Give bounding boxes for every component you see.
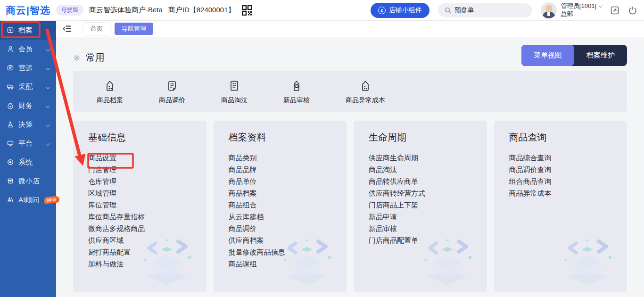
menu-link[interactable]: 商品调价查询 xyxy=(509,164,623,175)
sidebar-item-finance[interactable]: 财务 xyxy=(0,96,56,115)
decision-icon xyxy=(7,121,14,128)
menu-link[interactable]: 新品申请 xyxy=(369,211,482,223)
tab-home[interactable]: 首页 xyxy=(83,23,110,35)
menu-link[interactable]: 供应商档案 xyxy=(229,234,342,246)
collapse-sidebar-icon[interactable] xyxy=(63,25,72,33)
view-toggle: 菜单视图 档案维护 xyxy=(521,45,627,66)
card-goods-query: 商品查询 商品综合查询 商品调价查询 组合商品查询 商品异常成本 xyxy=(494,121,627,292)
sidebar-item-label: 微小店 xyxy=(18,177,51,186)
tab-bar: 首页 导航管理 xyxy=(56,21,644,37)
sidebar-item-label: 平台 xyxy=(18,139,42,148)
tab-navigation-management[interactable]: 导航管理 xyxy=(115,23,153,35)
sidebar-item-procurement[interactable]: 采配 xyxy=(0,77,56,96)
user-name: 管理员[1001] xyxy=(561,2,596,10)
chevron-down-icon xyxy=(46,84,50,89)
widget-cloud-icon: z xyxy=(378,7,386,14)
menu-link[interactable]: 从云库建档 xyxy=(229,211,342,223)
sidebar-item-decision[interactable]: 决策 xyxy=(0,115,56,134)
sidebar-item-label: 决策 xyxy=(18,120,42,129)
new-item-audit-icon xyxy=(289,79,304,93)
menu-link[interactable]: 供应商生命周期 xyxy=(369,152,482,164)
menu-link[interactable]: 供应商转经营方式 xyxy=(369,187,482,199)
menu-link[interactable]: 商品组合 xyxy=(229,199,342,211)
menu-link[interactable]: 商品品牌 xyxy=(229,164,342,175)
merchant-name: 商云智选体验商户-Beta xyxy=(89,6,163,15)
quick-item-abnormal-cost[interactable]: 商品异常成本 xyxy=(332,79,398,105)
card-item-list: 商品设置 门店管理 仓库管理 区域管理 库位管理 库位商品存量指标 微商店多规格… xyxy=(88,152,202,270)
menu-link[interactable]: 厨打商品配置 xyxy=(88,246,202,258)
user-org: 总部 xyxy=(561,10,602,18)
search-input[interactable] xyxy=(454,7,520,14)
operations-icon xyxy=(7,64,14,72)
menu-link[interactable]: 库位商品存量指标 xyxy=(88,211,202,223)
member-icon xyxy=(7,45,14,53)
global-search[interactable] xyxy=(438,3,532,17)
quick-item-price-adjust[interactable]: 商品调价 xyxy=(146,79,198,105)
price-adjust-icon xyxy=(165,79,179,93)
archive-maintain-button[interactable]: 档案维护 xyxy=(574,45,627,66)
chevron-down-icon xyxy=(46,103,50,108)
quick-item-label: 商品调价 xyxy=(159,96,185,105)
sidebar-item-label: AI顾问 xyxy=(18,196,39,205)
sidebar-item-platform[interactable]: 平台 xyxy=(0,134,56,153)
menu-view-button[interactable]: 菜单视图 xyxy=(521,45,574,66)
menu-link[interactable]: 商品类别 xyxy=(229,152,342,164)
fullscreen-icon[interactable] xyxy=(610,6,619,15)
chevron-down-icon xyxy=(46,122,50,127)
card-watermark-illustration xyxy=(554,235,620,288)
menu-link[interactable]: 仓库管理 xyxy=(88,175,202,187)
card-lifecycle: 生命周期 供应商生命周期 商品淘汰 商品转供应商单 供应商转经营方式 门店商品上… xyxy=(354,121,487,292)
ai-advisor-icon xyxy=(7,196,14,204)
menu-link[interactable]: 门店商品上下架 xyxy=(369,199,482,211)
sidebar-item-archive[interactable]: 档案 xyxy=(0,21,56,40)
menu-link[interactable]: 微商店多规格商品 xyxy=(88,223,202,234)
menu-link[interactable]: 商品淘汰 xyxy=(369,164,482,175)
section-title: 常用 xyxy=(86,51,105,64)
menu-link[interactable]: 区域管理 xyxy=(88,187,202,199)
topbar-right-group: z 店铺小组件 管理员[1001] 总部 xyxy=(371,2,637,18)
menu-link[interactable]: 商品调价 xyxy=(229,223,342,234)
search-icon xyxy=(445,7,451,14)
user-menu[interactable]: 管理员[1001] 总部 xyxy=(541,2,602,18)
qr-code-icon[interactable] xyxy=(242,5,252,16)
menu-link[interactable]: 加料与做法 xyxy=(88,258,202,270)
menu-link[interactable]: 商品综合查询 xyxy=(509,152,623,164)
menu-link[interactable]: 门店商品配置单 xyxy=(369,234,482,246)
card-title: 基础信息 xyxy=(88,131,202,144)
menu-link[interactable]: 商品异常成本 xyxy=(509,187,623,199)
menu-link[interactable]: 库位管理 xyxy=(88,199,202,211)
menu-link[interactable]: 组合商品查询 xyxy=(509,175,623,187)
avatar xyxy=(541,2,557,18)
menu-link[interactable]: 商品档案 xyxy=(229,187,342,199)
store-widget-button[interactable]: z 店铺小组件 xyxy=(371,3,429,18)
menu-link[interactable]: 供应商区域 xyxy=(88,234,202,246)
card-archive-data: 档案资料 商品类别 商品品牌 商品单位 商品档案 商品组合 从云库建档 商品调价… xyxy=(214,121,347,292)
menu-link[interactable]: 新品审核 xyxy=(369,223,482,234)
menu-link[interactable]: 商品转供应商单 xyxy=(369,175,482,187)
sidebar-item-micro-store[interactable]: 微小店 xyxy=(0,172,56,190)
menu-link[interactable]: 商品课组 xyxy=(229,258,342,270)
finance-icon xyxy=(7,102,14,109)
menu-link[interactable]: 商品设置 xyxy=(88,152,202,164)
platform-icon xyxy=(7,140,14,147)
card-title: 档案资料 xyxy=(229,131,342,144)
merchant-id: 商户ID【82400001】 xyxy=(168,6,235,15)
goods-eliminate-icon xyxy=(227,79,241,93)
menu-link-store-management[interactable]: 门店管理 xyxy=(88,164,202,175)
quick-access-panel: 商品档案 商品调价 商品淘汰 xyxy=(73,71,627,112)
quick-item-goods-eliminate[interactable]: 商品淘汰 xyxy=(208,79,261,105)
menu-link[interactable]: 批量修改商品信息 xyxy=(229,246,342,258)
quick-item-new-item-audit[interactable]: 新品审核 xyxy=(270,79,323,105)
sidebar-item-label: 营运 xyxy=(18,64,42,73)
sidebar-item-system[interactable]: 系统 xyxy=(0,153,56,172)
common-section-icon: ※ xyxy=(73,53,80,63)
sidebar: 档案 会员 营运 采配 xyxy=(0,21,56,297)
power-icon[interactable] xyxy=(628,6,637,15)
sidebar-item-operations[interactable]: 营运 xyxy=(0,58,56,77)
quick-item-goods-archive[interactable]: 商品档案 xyxy=(83,79,136,105)
top-bar: 商云|智选 母婴版 商云智选体验商户-Beta 商户ID【82400001】 z… xyxy=(0,0,644,21)
sidebar-item-ai-advisor[interactable]: AI顾问 NEW xyxy=(0,190,56,209)
sidebar-item-member[interactable]: 会员 xyxy=(0,40,56,58)
card-title: 商品查询 xyxy=(509,131,623,144)
menu-link[interactable]: 商品单位 xyxy=(229,175,342,187)
